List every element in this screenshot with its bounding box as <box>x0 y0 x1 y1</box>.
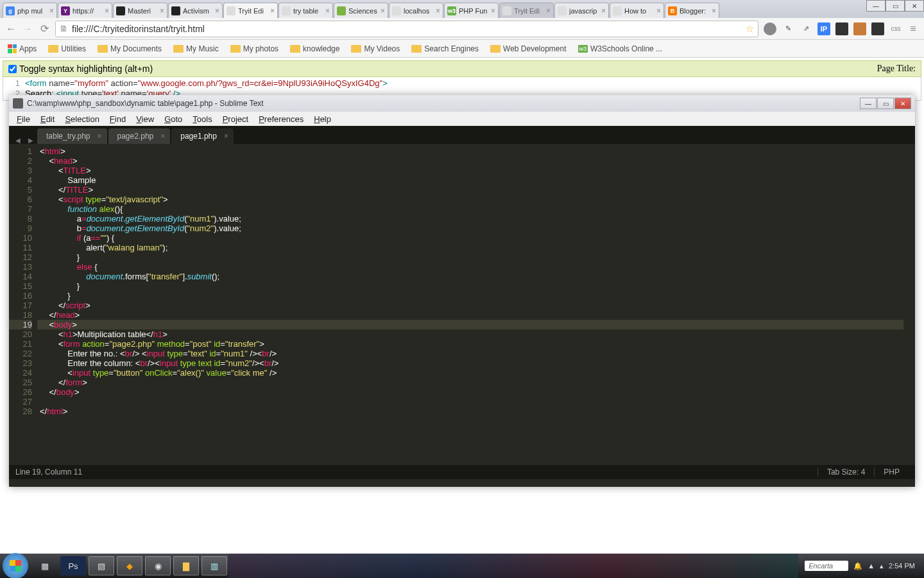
browser-tab[interactable]: Masteri× <box>113 3 167 18</box>
minimap[interactable] <box>903 144 915 465</box>
taskbar-explorer[interactable]: ▇ <box>173 556 199 575</box>
tab-close-icon[interactable]: × <box>436 6 440 15</box>
back-button[interactable]: ← <box>5 23 17 35</box>
editor-tab[interactable]: page1.php× <box>171 128 234 144</box>
toggle-syntax-checkbox[interactable]: Toggle syntax highlighting (alt+m) <box>8 64 153 74</box>
tab-close-icon[interactable]: × <box>105 6 109 15</box>
reload-button[interactable]: ⟳ <box>38 23 50 35</box>
tab-close-icon[interactable]: × <box>325 6 330 15</box>
menu-edit[interactable]: Edit <box>35 113 60 125</box>
code-area[interactable]: <html> <head> <TITLE> Sample </TITLE> <s… <box>37 144 903 465</box>
browser-tab[interactable]: Tryit Edi× <box>223 3 278 18</box>
bookmark-item[interactable]: My photos <box>228 42 281 55</box>
tab-close-icon[interactable]: × <box>49 6 54 15</box>
chrome-menu-icon[interactable]: ≡ <box>907 23 919 35</box>
menu-selection[interactable]: Selection <box>60 113 104 125</box>
menu-tools[interactable]: Tools <box>187 113 217 125</box>
extension-icon[interactable]: ⇗ <box>800 22 812 35</box>
taskbar-item-sublime[interactable]: ◆ <box>117 556 142 575</box>
browser-tab[interactable]: Yhttps://× <box>58 3 112 18</box>
system-tray[interactable]: Encarta 🔔 ▲ ▴ 2:54 PM <box>798 561 921 571</box>
browser-tab[interactable]: Activism× <box>168 3 223 18</box>
extension-css-icon[interactable]: css <box>889 22 902 35</box>
status-tabsize[interactable]: Tab Size: 4 <box>817 468 874 477</box>
tab-close-icon[interactable]: × <box>381 6 385 15</box>
bookmark-item[interactable]: Web Development <box>488 42 569 55</box>
menu-preferences[interactable]: Preferences <box>253 113 309 125</box>
taskbar-photoshop[interactable]: Ps <box>60 556 86 575</box>
window-minimize[interactable]: — <box>866 0 886 12</box>
forward-button[interactable]: → <box>22 23 33 35</box>
tab-close-icon[interactable]: × <box>224 132 228 141</box>
sublime-maximize[interactable]: ▭ <box>877 98 894 109</box>
sublime-editor[interactable]: 1234567891011121314151617181920212223242… <box>9 144 915 465</box>
bookmarks-bar: AppsUtilitiesMy DocumentsMy MusicMy phot… <box>0 40 924 58</box>
status-language[interactable]: PHP <box>874 468 909 477</box>
menu-project[interactable]: Project <box>218 113 253 125</box>
menu-find[interactable]: Find <box>105 113 131 125</box>
tray-clock[interactable]: 2:54 PM <box>889 562 915 570</box>
tray-expand-icon[interactable]: ▴ <box>880 562 884 570</box>
browser-tab[interactable]: localhos× <box>389 3 443 18</box>
browser-tab[interactable]: Tryit Edi× <box>499 3 554 18</box>
browser-tab[interactable]: Sciences× <box>334 3 388 18</box>
tab-close-icon[interactable]: × <box>656 6 661 15</box>
extension-ip-icon[interactable]: IP <box>817 22 830 35</box>
browser-tab[interactable]: w3PHP Fun× <box>444 3 499 18</box>
taskbar-notepad[interactable]: ▥ <box>201 556 227 575</box>
bookmark-star-icon[interactable]: ☆ <box>746 23 754 35</box>
tab-close-icon[interactable]: × <box>601 6 606 15</box>
window-maximize[interactable]: ▭ <box>886 0 905 12</box>
tray-icon[interactable]: 🔔 <box>853 562 862 570</box>
taskbar-item[interactable]: ▧ <box>89 556 114 575</box>
tab-close-icon[interactable]: × <box>270 6 275 15</box>
sublime-close[interactable]: ✕ <box>894 98 911 109</box>
taskbar-item[interactable]: ▦ <box>32 556 58 575</box>
bookmark-item[interactable]: Utilities <box>46 42 89 55</box>
browser-tab[interactable]: How to× <box>610 3 664 18</box>
line-gutter: 1234567891011121314151617181920212223242… <box>9 144 37 465</box>
tab-nav-left-icon[interactable]: ◀ <box>12 137 24 144</box>
menu-file[interactable]: File <box>12 113 35 125</box>
bookmark-item[interactable]: My Videos <box>348 42 402 55</box>
menu-view[interactable]: View <box>131 113 159 125</box>
editor-tab[interactable]: page2.php× <box>108 128 171 144</box>
tab-close-icon[interactable]: × <box>491 6 495 15</box>
menu-help[interactable]: Help <box>309 113 336 125</box>
browser-tab[interactable]: javascrip× <box>554 3 609 18</box>
encarta-widget[interactable]: Encarta <box>805 561 848 571</box>
toggle-syntax-input[interactable] <box>8 65 17 73</box>
bookmark-item[interactable]: w3W3Schools Online ... <box>576 42 665 55</box>
windows-taskbar: ▦ Ps ▧ ◆ ◉ ▇ ▥ Encarta 🔔 ▲ ▴ 2:54 PM <box>0 554 924 578</box>
taskbar-chrome[interactable]: ◉ <box>145 556 171 575</box>
extension-icon[interactable] <box>764 22 776 35</box>
editor-tab[interactable]: table_try.php× <box>37 128 107 144</box>
extension-icon[interactable] <box>871 22 884 35</box>
tab-close-icon[interactable]: × <box>160 132 165 141</box>
bookmark-item[interactable]: My Music <box>171 42 221 55</box>
bookmark-item[interactable]: knowledge <box>287 42 342 55</box>
browser-tab-strip: gphp mul×Yhttps://×Masteri×Activism×Tryi… <box>0 0 924 18</box>
tab-close-icon[interactable]: × <box>160 6 164 15</box>
menu-goto[interactable]: Goto <box>159 113 187 125</box>
start-button[interactable] <box>3 553 28 578</box>
tray-icon[interactable]: ▲ <box>868 562 875 570</box>
extension-icon[interactable] <box>853 22 866 35</box>
browser-tab[interactable]: try table× <box>278 3 333 18</box>
extension-icon[interactable]: ✎ <box>782 22 794 35</box>
window-close[interactable]: ✕ <box>905 0 924 12</box>
address-bar[interactable]: 🗎 file:///C:/tryiteditorinstant/tryit.ht… <box>55 21 758 37</box>
tab-close-icon[interactable]: × <box>712 6 716 15</box>
sublime-titlebar[interactable]: C:\wamp\www\php_sandbox\dynamic table\pa… <box>9 95 915 112</box>
bookmark-item[interactable]: Search Engines <box>409 42 481 55</box>
extension-icon[interactable] <box>835 22 848 35</box>
tab-close-icon[interactable]: × <box>215 6 219 15</box>
sublime-minimize[interactable]: — <box>860 98 877 109</box>
tab-close-icon[interactable]: × <box>546 6 551 15</box>
browser-tab[interactable]: BBlogger:× <box>665 3 719 18</box>
browser-tab[interactable]: gphp mul× <box>3 3 57 18</box>
bookmark-item[interactable]: My Documents <box>95 42 164 55</box>
tab-nav-right-icon[interactable]: ▶ <box>24 137 37 144</box>
bookmark-item[interactable]: Apps <box>5 42 39 55</box>
tab-close-icon[interactable]: × <box>97 132 101 141</box>
